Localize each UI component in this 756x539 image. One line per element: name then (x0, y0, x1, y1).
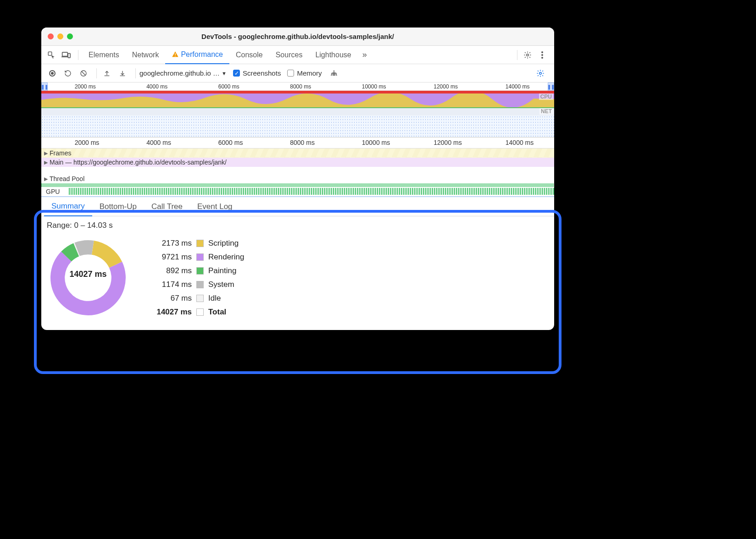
tab-bottom-up[interactable]: Bottom-Up (92, 197, 144, 216)
svg-point-6 (541, 51, 543, 53)
legend-row: 1174 msSystem (150, 278, 244, 292)
window-title: DevTools - googlechrome.github.io/devtoo… (41, 33, 554, 40)
summary-panel: Summary Bottom-Up Call Tree Event Log Ra… (41, 197, 554, 330)
download-icon[interactable] (116, 67, 129, 80)
legend-total: 14027 msTotal (150, 305, 244, 319)
kebab-icon[interactable] (536, 49, 549, 61)
overview-handle-right[interactable]: ❚❚ (548, 82, 554, 91)
settings-icon[interactable] (521, 49, 534, 61)
screenshot-strip (41, 116, 554, 137)
svg-point-8 (541, 57, 543, 59)
overview-handle-left[interactable]: ❚❚ (41, 82, 48, 91)
tab-summary[interactable]: Summary (44, 197, 92, 216)
disclosure-icon[interactable]: ▶ (44, 150, 48, 156)
capture-settings-icon[interactable] (534, 67, 547, 80)
clear-icon[interactable] (77, 67, 90, 80)
tab-console[interactable]: Console (229, 46, 269, 64)
legend-row: 9721 msRendering (150, 250, 244, 264)
legend-row: 67 msIdle (150, 292, 244, 305)
cpu-band: CPU (41, 94, 554, 108)
svg-rect-1 (62, 52, 68, 56)
legend-row: 2173 msScripting (150, 236, 244, 250)
tab-elements[interactable]: Elements (82, 46, 126, 64)
svg-rect-3 (175, 53, 176, 55)
upload-icon[interactable] (100, 67, 113, 80)
svg-point-12 (539, 72, 542, 74)
inspect-icon[interactable] (45, 49, 58, 61)
tab-call-tree[interactable]: Call Tree (144, 197, 190, 216)
target-select[interactable]: googlechrome.github.io …▼ (139, 69, 227, 77)
svg-rect-2 (68, 53, 70, 57)
gc-icon[interactable] (328, 67, 340, 80)
svg-point-5 (527, 54, 529, 56)
range-text: Range: 0 – 14.03 s (41, 216, 554, 233)
titlebar: DevTools - googlechrome.github.io/devtoo… (41, 28, 554, 46)
svg-rect-4 (175, 56, 176, 56)
detail-tabs: Summary Bottom-Up Call Tree Event Log (41, 197, 554, 216)
svg-point-7 (541, 54, 543, 56)
tab-lighthouse[interactable]: Lighthouse (309, 46, 357, 64)
devtools-window: DevTools - googlechrome.github.io/devtoo… (41, 28, 554, 330)
overview-ruler: 2000 ms 4000 ms 6000 ms 8000 ms 10000 ms… (41, 82, 554, 91)
screenshots-checkbox[interactable]: ✓Screenshots (233, 69, 281, 77)
gpu-track[interactable]: GPU (41, 187, 554, 196)
svg-rect-0 (48, 52, 52, 55)
net-band: NET (41, 108, 554, 116)
tabs-overflow-icon[interactable]: » (358, 50, 372, 60)
device-toggle-icon[interactable] (60, 49, 72, 61)
disclosure-icon[interactable]: ▶ (44, 160, 48, 165)
tab-network[interactable]: Network (126, 46, 166, 64)
frames-track[interactable]: ▶Frames (41, 148, 554, 158)
svg-point-10 (51, 72, 54, 75)
record-icon[interactable] (46, 67, 59, 80)
perf-toolbar: googlechrome.github.io …▼ ✓Screenshots M… (41, 64, 554, 82)
net-label: NET (539, 108, 553, 115)
tab-event-log[interactable]: Event Log (190, 197, 240, 216)
threadpool-track[interactable]: ▶Thread Pool (41, 174, 554, 183)
panel-tabs: Elements Network Performance Console Sou… (41, 46, 554, 64)
tab-performance[interactable]: Performance (165, 46, 229, 64)
main-track[interactable]: ▶Main — https://googlechrome.github.io/d… (41, 158, 554, 167)
tab-sources[interactable]: Sources (269, 46, 309, 64)
disclosure-icon[interactable]: ▶ (44, 176, 48, 182)
memory-checkbox[interactable]: Memory (287, 69, 322, 77)
overview-timeline[interactable]: ❚❚ ❚❚ 2000 ms 4000 ms 6000 ms 8000 ms 10… (41, 82, 554, 138)
warning-icon (172, 51, 179, 58)
summary-donut: 14027 ms (47, 236, 129, 319)
summary-legend: 2173 msScripting9721 msRendering892 msPa… (150, 236, 244, 319)
donut-center-label: 14027 ms (47, 270, 129, 279)
reload-icon[interactable] (61, 67, 74, 80)
legend-row: 892 msPainting (150, 264, 244, 278)
flame-ruler[interactable]: 2000 ms 4000 ms 6000 ms 8000 ms 10000 ms… (41, 138, 554, 148)
cpu-label: CPU (539, 94, 553, 100)
